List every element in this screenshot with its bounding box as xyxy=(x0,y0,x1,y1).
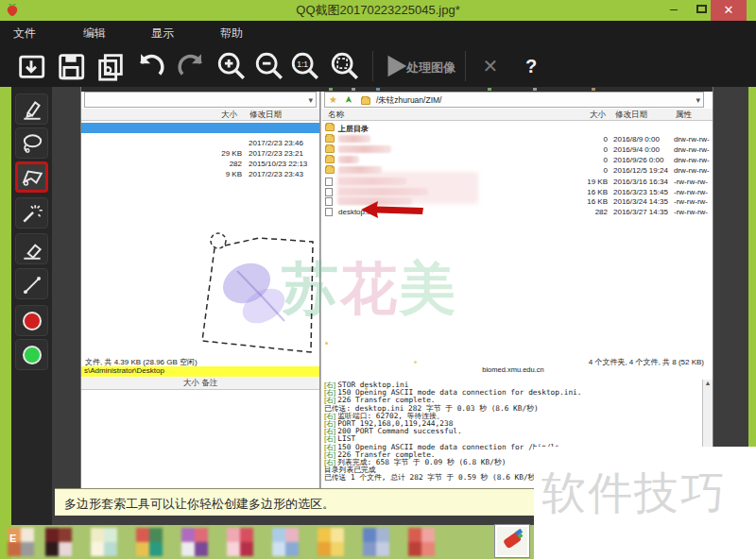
red-color-swatch xyxy=(23,312,42,330)
remote-file-name[interactable]: desktop.ini xyxy=(338,208,374,216)
thumbnail-4[interactable] xyxy=(181,528,208,556)
menu-item-1[interactable]: 编辑 xyxy=(83,25,106,42)
remote-column-header[interactable]: 名称 大小 修改日期 属性 xyxy=(322,109,713,121)
title-bar: QQ截图20170223225045.jpg* – ✕ xyxy=(0,0,756,21)
remote-server: biomed.xmu.edu.cn xyxy=(322,365,704,374)
file-icon xyxy=(325,188,333,196)
local-row-size: 29 KB xyxy=(214,149,242,158)
remote-row-size: 19 KB xyxy=(570,178,608,186)
lasso-tool[interactable] xyxy=(15,127,48,159)
local-column-header[interactable]: 大小 修改日期 xyxy=(81,109,319,121)
thumbnail-6[interactable] xyxy=(272,528,299,556)
chevron-down-icon[interactable]: ▾ xyxy=(696,95,700,105)
remote-row-date: 2016/8/9 0:00 xyxy=(613,135,660,144)
save-button[interactable] xyxy=(55,50,87,82)
file-icon xyxy=(325,197,333,206)
toolbar-separator xyxy=(465,51,466,81)
process-image-label[interactable]: 处理图像 xyxy=(406,59,455,76)
remote-row-size: 0 xyxy=(570,156,608,164)
log-line: [右] STOR desktop.ini xyxy=(324,380,704,387)
censor-blur-patch xyxy=(336,172,478,204)
censored-file-name xyxy=(338,156,359,163)
file-icon xyxy=(325,208,333,216)
remote-file-row[interactable]: 02016/9/4 0:00drw-rw-rw- xyxy=(322,144,713,155)
remote-row-size: 16 KB xyxy=(570,197,608,206)
remote-file-name[interactable]: 上层目录 xyxy=(338,124,369,134)
cancel-button[interactable]: ✕ xyxy=(474,50,507,82)
polygon-lasso-tool[interactable] xyxy=(15,161,48,193)
thumbnail-9[interactable] xyxy=(408,528,435,556)
help-button[interactable]: ? xyxy=(515,50,547,82)
remote-favorites-bar[interactable]: ★ ➤ /朱铉zhuruan/ZIM/ ▾ xyxy=(324,92,704,108)
remote-row-size: 0 xyxy=(570,145,608,154)
chevron-down-icon[interactable]: ▾ xyxy=(308,95,313,105)
thumbnail-5[interactable] xyxy=(227,528,253,556)
remote-file-row[interactable]: 上层目录 xyxy=(322,123,713,133)
zoom-fit-button[interactable] xyxy=(329,50,361,82)
open-button[interactable] xyxy=(15,50,47,82)
remote-col-date[interactable]: 修改日期 xyxy=(615,110,647,121)
zoom-actual-button[interactable]: 1:1 xyxy=(289,50,321,82)
remote-file-row[interactable]: 02016/8/9 0:00drw-rw-rw- xyxy=(322,134,713,144)
magic-wand-tool[interactable] xyxy=(15,197,48,229)
line-tool[interactable] xyxy=(15,268,48,299)
tool-sidebar xyxy=(11,87,52,525)
close-button[interactable]: ✕ xyxy=(711,0,747,21)
local-file-row[interactable]: 2822015/10/23 22:13 xyxy=(81,159,319,169)
local-file-row[interactable]: 9 KB2017/2/23 23:43 xyxy=(81,169,319,179)
local-row-size: 282 xyxy=(214,160,242,168)
page-watermark-text: 软件技巧 xyxy=(541,464,727,523)
local-file-row[interactable]: 2017/2/23 23:46 xyxy=(81,138,319,148)
zoom-in-button[interactable] xyxy=(215,50,248,82)
eraser-tool[interactable] xyxy=(15,233,48,264)
favorites-star-icon[interactable]: ★ xyxy=(329,94,337,105)
folder-icon xyxy=(325,156,335,163)
menu-item-0[interactable]: 文件 xyxy=(13,25,36,42)
censored-file-name xyxy=(338,145,391,153)
remote-col-size[interactable]: 大小 xyxy=(590,110,606,121)
local-file-row[interactable] xyxy=(81,123,319,133)
local-row-date: 2015/10/23 22:13 xyxy=(249,160,307,168)
log-line: 已传送: desktop.ini 282 字节 于 0.03 秒 (8.6 KB… xyxy=(324,403,704,411)
log-line: [右] 226 Transfer complete. xyxy=(324,395,704,402)
local-row-date: 2017/2/23 23:43 xyxy=(249,170,303,178)
screenshot-root: QQ截图20170223225045.jpg* – ✕ 文件编辑显示帮助 1:1 xyxy=(0,0,756,559)
local-col-date[interactable]: 修改日期 xyxy=(249,110,282,121)
remote-col-name[interactable]: 名称 xyxy=(328,110,344,121)
zoom-out-button[interactable] xyxy=(253,50,285,82)
menu-item-2[interactable]: 显示 xyxy=(151,25,174,42)
maximize-icon xyxy=(696,5,707,13)
folder-icon xyxy=(325,124,335,131)
menu-bar: 文件编辑显示帮助 xyxy=(0,21,756,45)
page-watermark-overlay: 软件技巧 xyxy=(534,447,756,559)
thumbnail-3[interactable] xyxy=(136,528,163,556)
local-col-size[interactable]: 大小 xyxy=(221,110,237,121)
local-row-size: 9 KB xyxy=(214,170,242,178)
highlighter-tool[interactable] xyxy=(15,93,48,125)
remote-row-date: 2016/9/4 0:00 xyxy=(613,145,660,154)
remote-file-row[interactable]: 02016/9/26 0:00drw-rw-rw- xyxy=(322,155,713,165)
copy-view-button[interactable] xyxy=(94,50,127,82)
minimize-button[interactable]: – xyxy=(662,0,686,21)
scroll-up-icon[interactable]: ▲ xyxy=(703,380,713,386)
red-color-tool[interactable] xyxy=(15,305,48,336)
selected-thumbnail[interactable] xyxy=(495,525,529,557)
remote-path[interactable]: /朱铉zhuruan/ZIM/ xyxy=(376,95,441,107)
local-file-row[interactable]: 29 KB2017/2/23 23:21 xyxy=(81,148,319,159)
thumbnail-7[interactable] xyxy=(318,528,344,556)
go-arrow-icon[interactable]: ➤ xyxy=(343,95,353,103)
thumbnail-1[interactable] xyxy=(45,528,72,556)
remote-row-attr: drw-rw-rw- xyxy=(674,166,710,175)
undo-button[interactable] xyxy=(134,50,166,82)
thumbnail-8[interactable] xyxy=(363,528,389,556)
remote-col-attr[interactable]: 属性 xyxy=(676,110,692,121)
green-color-tool[interactable] xyxy=(15,339,48,370)
remote-file-row[interactable]: desktop.ini2822016/3/27 14:35-rw-rw-rw- xyxy=(322,207,713,217)
redo-button[interactable] xyxy=(176,50,208,82)
local-row-date: 2017/2/23 23:46 xyxy=(249,139,303,147)
thumbnail-2[interactable] xyxy=(91,528,117,556)
local-address-bar[interactable]: ▾ xyxy=(84,92,317,108)
log-line: [右] 监听端口: 62702, 等待连接。 xyxy=(324,411,704,418)
remote-row-attr: -rw-rw-rw- xyxy=(674,188,708,196)
menu-item-3[interactable]: 帮助 xyxy=(220,25,243,42)
